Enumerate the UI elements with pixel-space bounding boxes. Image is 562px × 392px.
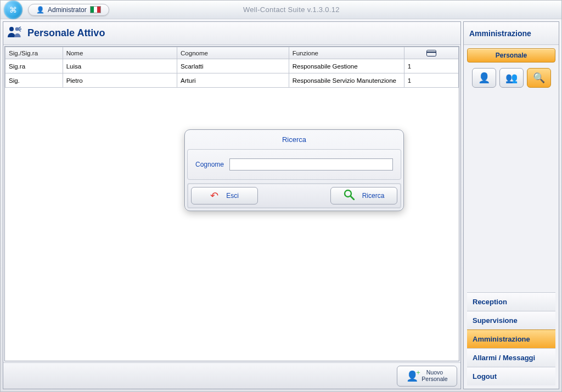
- svg-line-5: [351, 196, 354, 200]
- table-header-row: Sig./Sig.ra Nome Cognome Funzione: [5, 47, 459, 59]
- table-row[interactable]: Sig.PietroArturiResponsabile Servizio Ma…: [5, 73, 459, 88]
- flag-it-icon: [90, 6, 101, 13]
- network-icon: ⌘: [9, 5, 17, 14]
- cell-title: Sig.ra: [5, 59, 63, 73]
- cell-function: Responsabile Servizio Manutenzione: [289, 73, 404, 88]
- cell-function: Responsabile Gestione: [289, 59, 404, 73]
- cell-card: 1: [404, 73, 458, 88]
- sidebar: Amministrazione Personale 👤 👥 🔍 Receptio…: [463, 21, 559, 389]
- people-icon: 👥: [505, 72, 518, 84]
- active-staff-button[interactable]: 👤: [472, 68, 496, 88]
- svg-point-1: [15, 27, 19, 31]
- exit-label: Esci: [226, 192, 239, 200]
- nav-allarmi-messaggi[interactable]: Allarmi / Messaggi: [467, 348, 555, 367]
- sidebar-header: Amministrazione: [464, 22, 559, 45]
- cell-title: Sig.: [5, 73, 63, 88]
- search-button[interactable]: Ricerca: [330, 187, 397, 204]
- nav-amministrazione[interactable]: Amministrazione: [467, 329, 555, 348]
- nav-supervisione[interactable]: Supervisione: [467, 311, 555, 329]
- search-dialog: Ricerca Cognome ↶ Esci Ricerca: [184, 129, 404, 211]
- user-icon: 👤: [36, 6, 44, 14]
- col-card[interactable]: [404, 47, 458, 59]
- exit-button[interactable]: ↶ Esci: [191, 187, 258, 204]
- new-staff-button[interactable]: 👤＋ Nuovo Personale: [397, 366, 457, 387]
- nav-reception[interactable]: Reception: [467, 292, 555, 311]
- app-title: Well-Contact Suite v.1.3.0.12: [109, 5, 474, 14]
- archived-staff-button[interactable]: 👥: [499, 68, 524, 88]
- cell-first_name: Pietro: [63, 73, 177, 88]
- cell-last_name: Arturi: [177, 73, 289, 88]
- col-last-name[interactable]: Cognome: [177, 47, 289, 59]
- card-icon: [408, 50, 455, 56]
- dialog-title: Ricerca: [187, 132, 401, 149]
- back-arrow-icon: ↶: [210, 190, 218, 202]
- cell-card: 1: [404, 59, 458, 73]
- new-staff-label: Nuovo Personale: [422, 370, 447, 382]
- titlebar: ⌘ 👤 Administrator Well-Contact Suite v.1…: [1, 1, 561, 19]
- search-icon: [344, 189, 355, 203]
- search-staff-button[interactable]: 🔍: [527, 68, 551, 88]
- sidebar-tab-personale[interactable]: Personale: [467, 48, 555, 63]
- user-chip[interactable]: 👤 Administrator: [28, 4, 109, 16]
- person-check-icon: 👤: [478, 72, 490, 84]
- table-row[interactable]: Sig.raLuisaScarlattiResponsabile Gestion…: [5, 59, 459, 73]
- cell-last_name: Scarlatti: [177, 59, 289, 73]
- page-title: Personale Attivo: [27, 27, 105, 39]
- person-add-icon: 👤＋: [406, 370, 418, 382]
- col-first-name[interactable]: Nome: [63, 47, 177, 59]
- user-label: Administrator: [48, 6, 87, 14]
- person-search-icon: 🔍: [533, 72, 545, 84]
- cell-first_name: Luisa: [63, 59, 177, 73]
- svg-rect-3: [426, 52, 436, 53]
- search-label: Ricerca: [362, 192, 385, 200]
- search-input[interactable]: [229, 158, 393, 171]
- col-function[interactable]: Funzione: [289, 47, 404, 59]
- svg-point-0: [9, 27, 14, 31]
- search-field-label: Cognome: [195, 161, 224, 168]
- nav-logout[interactable]: Logout: [467, 367, 555, 385]
- app-menu-button[interactable]: ⌘: [4, 1, 23, 19]
- svg-rect-2: [426, 50, 436, 56]
- col-title[interactable]: Sig./Sig.ra: [5, 47, 63, 59]
- people-icon: [8, 26, 22, 40]
